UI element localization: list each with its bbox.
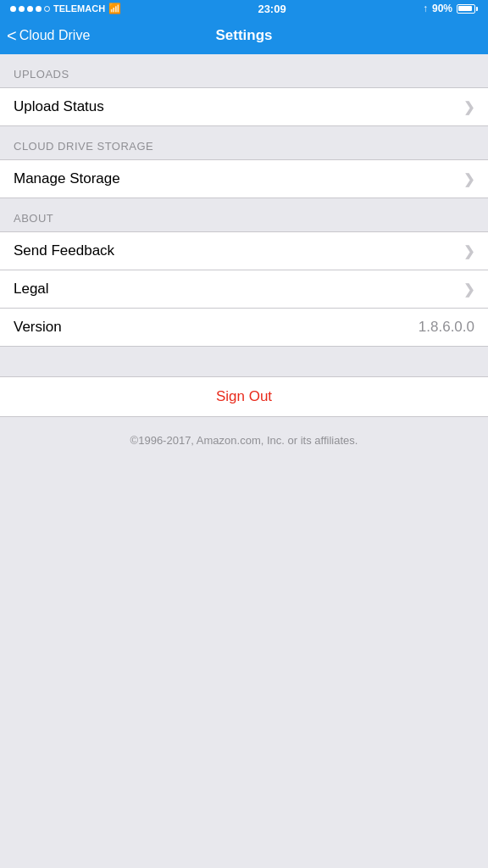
uploads-section-body: Upload Status ❯ bbox=[0, 87, 488, 126]
signal-dots bbox=[10, 6, 50, 12]
about-section-header: ABOUT bbox=[0, 198, 488, 231]
legal-label: Legal bbox=[14, 281, 49, 298]
sign-out-section: Sign Out bbox=[0, 376, 488, 417]
dot-4 bbox=[36, 6, 42, 12]
spacer-1 bbox=[0, 347, 488, 376]
copyright-text: ©1996-2017, Amazon.com, Inc. or its affi… bbox=[130, 434, 358, 447]
back-label: Cloud Drive bbox=[19, 28, 91, 43]
dot-5 bbox=[44, 6, 50, 12]
sign-out-label: Sign Out bbox=[216, 388, 272, 405]
chevron-icon: ❯ bbox=[463, 171, 474, 187]
battery-tip bbox=[476, 7, 478, 11]
version-item: Version 1.8.6.0.0 bbox=[0, 309, 488, 346]
battery-percent: 90% bbox=[432, 3, 452, 14]
status-bar: TELEMACH 📶 23:09 ↑ 90% bbox=[0, 0, 488, 17]
version-value: 1.8.6.0.0 bbox=[419, 319, 474, 336]
back-button[interactable]: < Cloud Drive bbox=[7, 28, 90, 44]
legal-item[interactable]: Legal ❯ bbox=[0, 270, 488, 309]
battery-body bbox=[457, 4, 475, 14]
upload-status-item[interactable]: Upload Status ❯ bbox=[0, 88, 488, 125]
battery-fill bbox=[458, 6, 471, 11]
settings-content: UPLOADS Upload Status ❯ CLOUD DRIVE STOR… bbox=[0, 54, 488, 464]
chevron-icon: ❯ bbox=[463, 99, 474, 115]
storage-section-body: Manage Storage ❯ bbox=[0, 159, 488, 198]
wifi-icon: 📶 bbox=[108, 3, 121, 14]
status-right: ↑ 90% bbox=[423, 3, 478, 14]
dot-3 bbox=[27, 6, 33, 12]
nav-bar: < Cloud Drive Settings bbox=[0, 17, 488, 54]
status-left: TELEMACH 📶 bbox=[10, 3, 121, 14]
uploads-section-header: UPLOADS bbox=[0, 54, 488, 87]
about-section-body: Send Feedback ❯ Legal ❯ Version 1.8.6.0.… bbox=[0, 231, 488, 347]
uploads-section: UPLOADS Upload Status ❯ bbox=[0, 54, 488, 126]
upload-status-label: Upload Status bbox=[14, 98, 104, 115]
dot-1 bbox=[10, 6, 16, 12]
back-chevron-icon: < bbox=[7, 27, 17, 44]
battery-icon bbox=[457, 4, 478, 14]
nav-title: Settings bbox=[215, 27, 272, 44]
chevron-icon: ❯ bbox=[463, 243, 474, 259]
dot-2 bbox=[19, 6, 25, 12]
manage-storage-item[interactable]: Manage Storage ❯ bbox=[0, 160, 488, 198]
version-label: Version bbox=[14, 319, 62, 336]
chevron-icon: ❯ bbox=[463, 281, 474, 298]
location-icon: ↑ bbox=[423, 3, 428, 14]
footer: ©1996-2017, Amazon.com, Inc. or its affi… bbox=[0, 417, 488, 464]
storage-section: CLOUD DRIVE STORAGE Manage Storage ❯ bbox=[0, 126, 488, 198]
send-feedback-label: Send Feedback bbox=[14, 242, 114, 259]
manage-storage-label: Manage Storage bbox=[14, 170, 120, 187]
carrier-label: TELEMACH bbox=[53, 3, 105, 14]
send-feedback-item[interactable]: Send Feedback ❯ bbox=[0, 232, 488, 270]
storage-section-header: CLOUD DRIVE STORAGE bbox=[0, 126, 488, 159]
about-section: ABOUT Send Feedback ❯ Legal ❯ Version 1.… bbox=[0, 198, 488, 347]
sign-out-button[interactable]: Sign Out bbox=[0, 377, 488, 416]
status-time: 23:09 bbox=[258, 3, 286, 15]
